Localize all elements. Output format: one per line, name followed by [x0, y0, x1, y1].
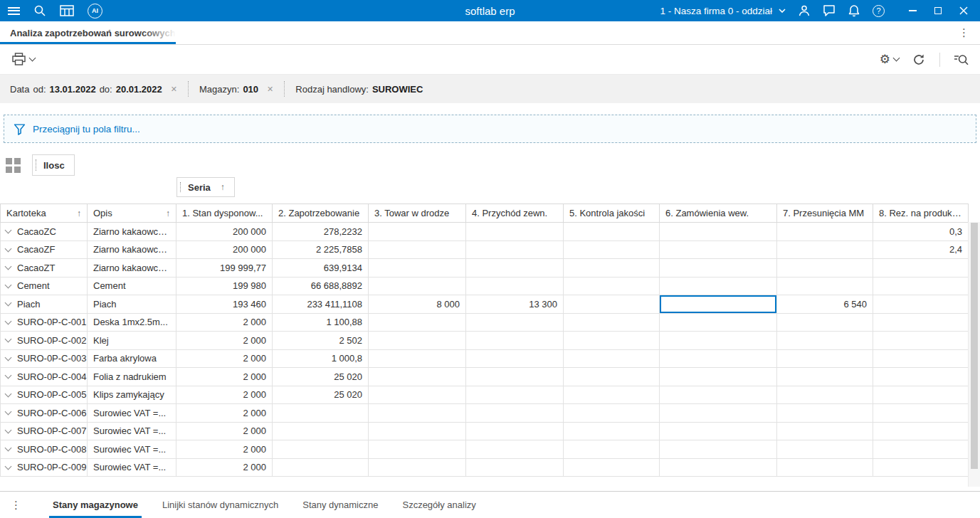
- global-search-button[interactable]: [33, 4, 46, 17]
- row-expand-chevron-icon[interactable]: [5, 390, 12, 397]
- row-header-opis[interactable]: Ziarno kakaowca...: [88, 259, 176, 278]
- row-header-opis[interactable]: Klej: [88, 332, 176, 350]
- row-header-kartoteka[interactable]: Cement: [1, 277, 88, 295]
- maximize-button[interactable]: [927, 0, 949, 21]
- pivot-cell[interactable]: 6 540: [777, 295, 873, 314]
- pivot-cell[interactable]: [660, 368, 777, 386]
- pivot-cell[interactable]: [873, 422, 969, 440]
- pivot-cell[interactable]: [564, 277, 660, 295]
- row-expand-chevron-icon[interactable]: [5, 462, 12, 470]
- pivot-cell[interactable]: 2 225,7858: [273, 240, 369, 259]
- pivot-cell[interactable]: 2 000: [176, 368, 273, 386]
- pivot-cell[interactable]: 199 980: [176, 277, 273, 295]
- pivot-cell[interactable]: [873, 368, 969, 386]
- filter-chip-trade-type[interactable]: Rodzaj handlowy: SUROWIEC: [285, 84, 433, 95]
- pivot-cell[interactable]: 2 000: [176, 332, 273, 350]
- company-dropdown-button[interactable]: [779, 9, 786, 13]
- pivot-cell[interactable]: [660, 349, 777, 368]
- tab-overflow-menu-button[interactable]: ⋮: [948, 26, 980, 39]
- row-header-kartoteka[interactable]: SURO-0P-C-002: [1, 332, 88, 350]
- pivot-cell[interactable]: [564, 368, 660, 386]
- pivot-cell[interactable]: [564, 349, 660, 368]
- row-header-opis[interactable]: Ziarno kakaowca...: [88, 223, 176, 241]
- pivot-cell[interactable]: [660, 386, 777, 404]
- remove-filter-icon[interactable]: ✕: [171, 85, 177, 94]
- row-header-opis[interactable]: Farba akrylowa: [88, 349, 176, 368]
- pivot-cell[interactable]: [369, 259, 466, 278]
- pivot-cell[interactable]: 2 000: [176, 422, 273, 440]
- pivot-cell[interactable]: [466, 458, 564, 477]
- pivot-cell[interactable]: 0,3: [873, 223, 969, 241]
- row-header-kartoteka[interactable]: SURO-0P-C-007: [1, 422, 88, 440]
- pivot-cell[interactable]: 200 000: [176, 223, 273, 241]
- row-expand-chevron-icon[interactable]: [5, 445, 12, 452]
- pivot-cell[interactable]: [564, 295, 660, 314]
- vertical-scrollbar[interactable]: [968, 222, 980, 487]
- pivot-cell[interactable]: [369, 422, 466, 440]
- pivot-cell[interactable]: [369, 458, 466, 477]
- pivot-cell[interactable]: 2 000: [176, 386, 273, 404]
- row-header-opis[interactable]: Surowiec VAT =...: [88, 422, 176, 440]
- modules-button[interactable]: [60, 5, 74, 16]
- company-selector[interactable]: 1 - Nasza firma 0 - oddział: [660, 6, 772, 16]
- column-header[interactable]: 2. Zapotrzebowanie: [273, 204, 369, 223]
- field-chooser-icon[interactable]: [6, 158, 21, 173]
- messages-button[interactable]: [823, 4, 836, 17]
- close-button[interactable]: [953, 0, 974, 21]
- pivot-cell[interactable]: 25 020: [273, 386, 369, 404]
- pivot-cell[interactable]: [369, 404, 466, 423]
- pivot-cell[interactable]: [369, 277, 466, 295]
- pivot-cell[interactable]: [660, 240, 777, 259]
- column-header[interactable]: 7. Przesunięcia MM: [777, 204, 873, 223]
- pivot-cell[interactable]: 66 688,8892: [273, 277, 369, 295]
- pivot-cell[interactable]: [777, 259, 873, 278]
- scrollbar-thumb[interactable]: [971, 223, 978, 469]
- pivot-cell[interactable]: 193 460: [176, 295, 273, 314]
- row-header-opis[interactable]: Klips zamykający: [88, 386, 176, 404]
- row-expand-chevron-icon[interactable]: [5, 245, 12, 252]
- row-header-opis[interactable]: Surowiec VAT =...: [88, 440, 176, 459]
- pivot-cell[interactable]: 278,2232: [273, 223, 369, 241]
- row-header-kartoteka[interactable]: SURO-0P-C-004: [1, 368, 88, 386]
- row-expand-chevron-icon[interactable]: [5, 426, 12, 433]
- column-header[interactable]: 4. Przychód zewn.: [466, 204, 564, 223]
- row-expand-chevron-icon[interactable]: [5, 408, 12, 416]
- pivot-cell[interactable]: [660, 404, 777, 423]
- pivot-cell[interactable]: [273, 422, 369, 440]
- row-header-kartoteka[interactable]: SURO-0P-C-001: [1, 313, 88, 332]
- help-button[interactable]: ?: [873, 5, 885, 17]
- bottom-tab-1[interactable]: Stany magazynowe: [41, 492, 150, 518]
- pivot-cell[interactable]: [466, 259, 564, 278]
- pivot-cell[interactable]: [273, 404, 369, 423]
- pivot-cell[interactable]: 13 300: [466, 295, 564, 314]
- pivot-cell[interactable]: [777, 422, 873, 440]
- pivot-cell[interactable]: [873, 349, 969, 368]
- pivot-cell[interactable]: [873, 295, 969, 314]
- pivot-cell[interactable]: [466, 240, 564, 259]
- pivot-cell[interactable]: 8 000: [369, 295, 466, 314]
- pivot-cell[interactable]: 2,4: [873, 240, 969, 259]
- pivot-cell[interactable]: [873, 386, 969, 404]
- row-header-opis[interactable]: Piach: [88, 295, 176, 314]
- pivot-cell[interactable]: 2 000: [176, 440, 273, 459]
- pivot-cell[interactable]: [777, 277, 873, 295]
- ai-assistant-button[interactable]: AI: [88, 4, 102, 18]
- pivot-cell[interactable]: [369, 349, 466, 368]
- pivot-cell[interactable]: [564, 458, 660, 477]
- pivot-cell[interactable]: [564, 386, 660, 404]
- settings-button[interactable]: ⚙: [877, 51, 902, 68]
- row-expand-chevron-icon[interactable]: [5, 354, 12, 361]
- pivot-cell[interactable]: [660, 277, 777, 295]
- pivot-cell[interactable]: [564, 440, 660, 459]
- row-header-kartoteka[interactable]: SURO-0P-C-006: [1, 404, 88, 423]
- column-header[interactable]: 5. Kontrola jakości: [564, 204, 660, 223]
- pivot-cell[interactable]: [466, 277, 564, 295]
- pivot-cell[interactable]: 2 000: [176, 458, 273, 477]
- pivot-cell[interactable]: [369, 223, 466, 241]
- menu-button[interactable]: [8, 5, 20, 16]
- pivot-cell[interactable]: 233 411,1108: [273, 295, 369, 314]
- column-header[interactable]: 3. Towar w drodze: [369, 204, 466, 223]
- row-header-kartoteka[interactable]: CacaoZF: [1, 240, 88, 259]
- pivot-cell[interactable]: 200 000: [176, 240, 273, 259]
- user-button[interactable]: [798, 4, 811, 17]
